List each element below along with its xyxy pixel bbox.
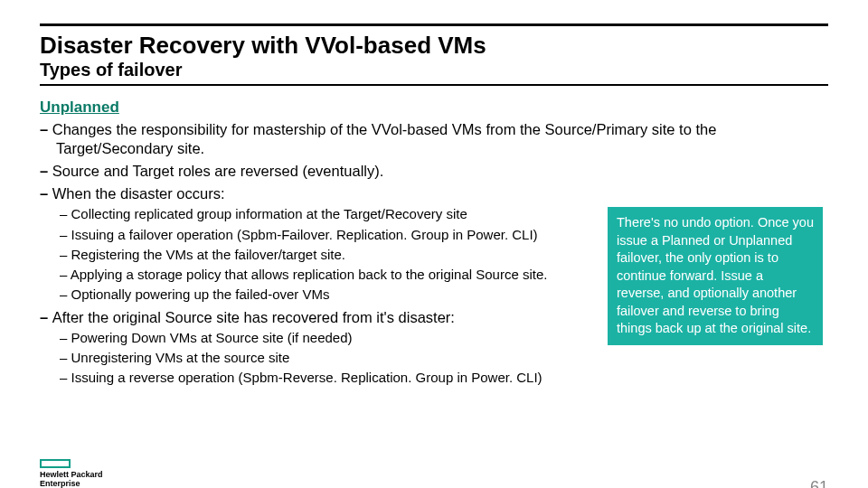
slide: Disaster Recovery with VVol-based VMs Ty… xyxy=(0,23,868,488)
bullet-lvl2: Unregistering VMs at the source site xyxy=(60,349,828,367)
bullet-lvl1: When the disaster occurs: xyxy=(40,184,828,203)
bullet-lvl1: Source and Target roles are reversed (ev… xyxy=(40,162,828,181)
section-heading: Unplanned xyxy=(40,99,828,117)
hpe-logo-bar-icon xyxy=(40,459,71,468)
slide-subtitle: Types of failover xyxy=(40,60,828,80)
page-number: 61 xyxy=(810,478,828,488)
slide-title: Disaster Recovery with VVol-based VMs xyxy=(40,32,828,60)
hpe-logo: Hewlett Packard Enterprise xyxy=(40,459,103,488)
hpe-logo-text-line2: Enterprise xyxy=(40,480,103,488)
top-rule xyxy=(40,23,828,26)
mid-rule xyxy=(40,84,828,86)
callout-box: There's no undo option. Once you issue a… xyxy=(608,207,823,345)
bullet-lvl2: Issuing a reverse operation (Spbm-Revers… xyxy=(60,369,828,387)
bullet-lvl1: Changes the responsibility for mastershi… xyxy=(40,120,828,158)
content-area: Unplanned Changes the responsibility for… xyxy=(40,99,828,388)
